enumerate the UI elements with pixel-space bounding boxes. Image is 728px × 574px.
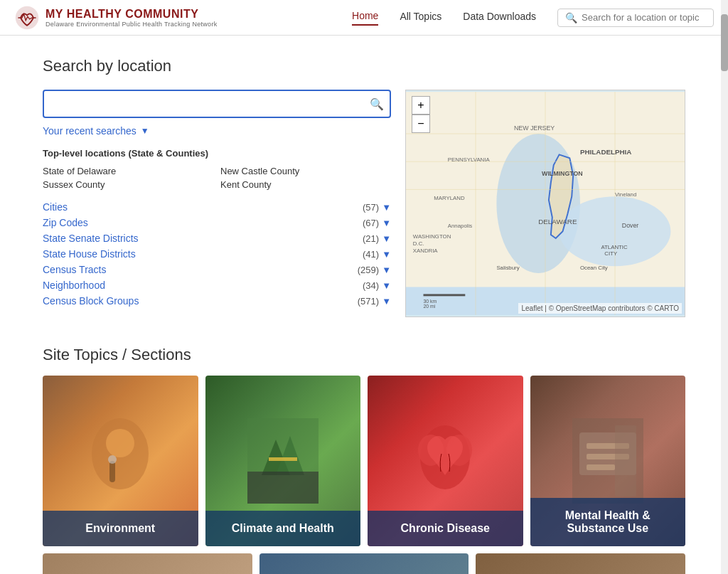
- topic-climate-label: Climate and Health: [205, 511, 361, 546]
- neighborhood-count: (34) ▼: [363, 280, 391, 291]
- logo-text: MY HEALTHY COMMUNITY Delaware Environmen…: [46, 8, 218, 28]
- zip-codes-link[interactable]: Zip Codes: [43, 217, 88, 228]
- search-location-area: 🔍 Your recent searches ▼ Top-level locat…: [43, 90, 685, 317]
- census-block-groups-count: (571) ▼: [358, 296, 391, 307]
- recent-searches-chevron-icon: ▼: [141, 126, 149, 136]
- senate-districts-count-value: (21): [363, 233, 379, 244]
- location-sussex-county[interactable]: Sussex County: [43, 179, 213, 190]
- census-tracts-link[interactable]: Census Tracts: [43, 264, 106, 275]
- search-input-wrap: 🔍: [43, 90, 391, 118]
- census-tracts-count-value: (259): [358, 265, 379, 275]
- nav-all-topics[interactable]: All Topics: [400, 11, 441, 25]
- scrollbar[interactable]: [721, 0, 728, 574]
- svg-text:Ocean City: Ocean City: [580, 265, 608, 271]
- svg-text:Annapolis: Annapolis: [448, 223, 472, 229]
- topic-card-environment[interactable]: Environment: [43, 376, 198, 546]
- location-grid: State of Delaware New Castle County Suss…: [43, 166, 391, 190]
- svg-point-36: [108, 455, 117, 464]
- climate-illustration: [247, 418, 318, 504]
- zip-codes-count-value: (67): [363, 218, 379, 228]
- svg-text:MARYLAND: MARYLAND: [434, 195, 465, 201]
- topic-card-mental-health[interactable]: Mental Health & Substance Use: [530, 376, 686, 546]
- svg-text:Dover: Dover: [622, 222, 639, 229]
- header-search-box[interactable]: 🔍: [557, 9, 714, 27]
- topic-bottom-2-bg: [259, 553, 469, 574]
- cities-link[interactable]: Cities: [43, 201, 68, 213]
- svg-text:ATLANTIC: ATLANTIC: [601, 244, 628, 250]
- svg-text:Vineland: Vineland: [615, 191, 636, 198]
- house-districts-count-value: (41): [363, 249, 379, 260]
- logo-title: MY HEALTHY COMMUNITY: [46, 8, 218, 21]
- topic-card-climate[interactable]: Climate and Health: [205, 376, 361, 546]
- svg-text:DELAWARE: DELAWARE: [538, 218, 577, 225]
- logo-area: MY HEALTHY COMMUNITY Delaware Environmen…: [14, 5, 218, 31]
- svg-text:WASHINGTON: WASHINGTON: [413, 233, 451, 240]
- svg-text:PHILADELPHIA: PHILADELPHIA: [580, 148, 631, 156]
- topic-card-bottom-3[interactable]: [476, 553, 685, 574]
- location-kent-county[interactable]: Kent County: [220, 179, 391, 190]
- search-submit-button[interactable]: 🔍: [370, 97, 384, 111]
- recent-searches-toggle[interactable]: Your recent searches ▼: [43, 125, 391, 137]
- cities-count-value: (57): [363, 202, 379, 213]
- topic-bottom-3-bg: [476, 553, 685, 574]
- svg-rect-50: [615, 425, 636, 496]
- zip-codes-count: (67) ▼: [363, 218, 391, 228]
- logo-icon: [14, 5, 40, 31]
- map-controls: + −: [412, 96, 430, 133]
- svg-point-34: [106, 429, 134, 457]
- census-block-groups-chevron-icon[interactable]: ▼: [382, 296, 391, 307]
- scrollbar-thumb[interactable]: [721, 14, 728, 71]
- nav-home[interactable]: Home: [352, 10, 378, 26]
- topic-card-bottom-2[interactable]: [259, 553, 469, 574]
- topic-card-chronic[interactable]: Chronic Disease: [368, 376, 523, 546]
- location-list: Cities (57) ▼ Zip Codes (67) ▼ State Sen…: [43, 201, 391, 307]
- senate-districts-chevron-icon[interactable]: ▼: [382, 233, 391, 244]
- cities-chevron-icon[interactable]: ▼: [382, 202, 391, 213]
- house-districts-chevron-icon[interactable]: ▼: [382, 249, 391, 260]
- neighborhood-link[interactable]: Neighborhood: [43, 280, 105, 291]
- topics-grid-bottom: [43, 553, 685, 574]
- search-left-panel: 🔍 Your recent searches ▼ Top-level locat…: [43, 90, 391, 307]
- svg-rect-40: [247, 472, 318, 504]
- senate-districts-link[interactable]: State Senate Districts: [43, 233, 139, 244]
- location-new-castle-county[interactable]: New Castle County: [220, 166, 391, 176]
- neighborhood-chevron-icon[interactable]: ▼: [382, 280, 391, 291]
- header: MY HEALTHY COMMUNITY Delaware Environmen…: [0, 0, 728, 36]
- header-search-input[interactable]: [582, 12, 706, 23]
- senate-districts-count: (21) ▼: [363, 233, 391, 244]
- nav-data-downloads[interactable]: Data Downloads: [463, 11, 536, 25]
- svg-rect-49: [587, 464, 615, 470]
- header-search-icon: 🔍: [565, 12, 577, 23]
- topics-section: Site Topics / Sections Environment: [43, 346, 685, 574]
- svg-text:Salisbury: Salisbury: [496, 265, 519, 271]
- map-zoom-in-button[interactable]: +: [412, 96, 430, 115]
- map-zoom-out-button[interactable]: −: [412, 115, 430, 133]
- topic-card-bottom-1[interactable]: [43, 553, 252, 574]
- census-block-groups-link[interactable]: Census Block Groups: [43, 295, 139, 307]
- location-search-input[interactable]: [43, 90, 391, 118]
- map-container[interactable]: NEW JERSEY PENNSYLVANIA PHILADELPHIA WIL…: [405, 90, 685, 317]
- svg-rect-35: [109, 461, 115, 482]
- list-item-house-districts: State House Districts (41) ▼: [43, 248, 391, 260]
- topic-environment-label: Environment: [43, 511, 198, 546]
- house-districts-link[interactable]: State House Districts: [43, 248, 136, 260]
- environment-illustration: [85, 418, 156, 504]
- svg-text:D.C.: D.C.: [413, 240, 424, 247]
- recent-searches-label: Your recent searches: [43, 125, 136, 137]
- svg-rect-30: [424, 294, 466, 296]
- census-tracts-count: (259) ▼: [358, 265, 391, 275]
- map-svg: NEW JERSEY PENNSYLVANIA PHILADELPHIA WIL…: [406, 90, 685, 317]
- list-item-census-block-groups: Census Block Groups (571) ▼: [43, 295, 391, 307]
- list-item-census-tracts: Census Tracts (259) ▼: [43, 264, 391, 275]
- census-block-groups-count-value: (571): [358, 296, 379, 307]
- location-state-delaware[interactable]: State of Delaware: [43, 166, 213, 176]
- list-item-cities: Cities (57) ▼: [43, 201, 391, 213]
- list-item-neighborhood: Neighborhood (34) ▼: [43, 280, 391, 291]
- svg-text:NEW JERSEY: NEW JERSEY: [514, 124, 555, 132]
- topic-chronic-label: Chronic Disease: [368, 511, 523, 546]
- zip-codes-chevron-icon[interactable]: ▼: [382, 218, 391, 228]
- census-tracts-chevron-icon[interactable]: ▼: [382, 265, 391, 275]
- house-districts-count: (41) ▼: [363, 249, 391, 260]
- topics-title: Site Topics / Sections: [43, 346, 685, 364]
- nav-links: Home All Topics Data Downloads: [352, 10, 536, 26]
